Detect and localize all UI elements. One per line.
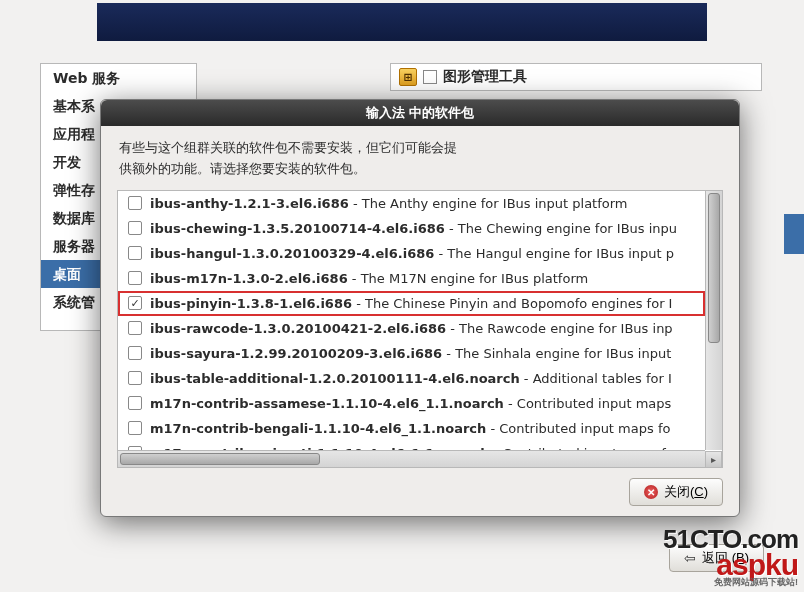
- package-name: m17n-contrib-bengali-1.1.10-4.el6_1.1.no…: [150, 421, 486, 436]
- dialog-description: 有些与这个组群关联的软件包不需要安装，但它们可能会提 供额外的功能。请选择您要安…: [101, 126, 739, 190]
- package-name: ibus-chewing-1.3.5.20100714-4.el6.i686: [150, 221, 445, 236]
- package-label: ibus-anthy-1.2.1-3.el6.i686 - The Anthy …: [150, 196, 628, 211]
- group-row-graphics-tools[interactable]: ⊞ 图形管理工具: [390, 63, 762, 91]
- package-label: ibus-chewing-1.3.5.20100714-4.el6.i686 -…: [150, 221, 677, 236]
- package-list-viewport: ibus-anthy-1.2.1-3.el6.i686 - The Anthy …: [117, 190, 723, 468]
- package-name: ibus-sayura-1.2.99.20100209-3.el6.i686: [150, 346, 442, 361]
- package-label: ibus-sayura-1.2.99.20100209-3.el6.i686 -…: [150, 346, 671, 361]
- package-name: m17n-contrib-assamese-1.1.10-4.el6_1.1.n…: [150, 396, 504, 411]
- vertical-scrollbar-thumb[interactable]: [708, 193, 720, 343]
- package-description: - Contributed input maps: [504, 396, 671, 411]
- package-name: ibus-table-additional-1.2.0.20100111-4.e…: [150, 371, 520, 386]
- close-icon: ✕: [644, 485, 658, 499]
- package-description: - The Chewing engine for IBus inpu: [445, 221, 677, 236]
- package-checkbox[interactable]: ✓: [128, 296, 142, 310]
- package-row[interactable]: m17n-contrib-gujarati-1.1.10-4.el6_1.1.n…: [118, 441, 705, 450]
- wizard-footer: ⇦ 返回 (B): [40, 540, 764, 576]
- package-row[interactable]: ibus-chewing-1.3.5.20100714-4.el6.i686 -…: [118, 216, 705, 241]
- package-description: - The M17N engine for IBus platform: [348, 271, 589, 286]
- package-checkbox[interactable]: [128, 221, 142, 235]
- package-name: ibus-pinyin-1.3.8-1.el6.i686: [150, 296, 352, 311]
- package-checkbox[interactable]: [128, 196, 142, 210]
- parent-selection-strip: [784, 214, 804, 254]
- horizontal-scrollbar[interactable]: ▸: [118, 450, 705, 467]
- package-row[interactable]: m17n-contrib-assamese-1.1.10-4.el6_1.1.n…: [118, 391, 705, 416]
- back-arrow-icon: ⇦: [684, 550, 696, 566]
- vertical-scrollbar[interactable]: [705, 191, 722, 450]
- package-group-icon: ⊞: [399, 68, 417, 86]
- package-name: ibus-hangul-1.3.0.20100329-4.el6.i686: [150, 246, 434, 261]
- installer-banner: [97, 3, 707, 41]
- package-label: m17n-contrib-assamese-1.1.10-4.el6_1.1.n…: [150, 396, 671, 411]
- package-row[interactable]: m17n-contrib-bengali-1.1.10-4.el6_1.1.no…: [118, 416, 705, 441]
- package-row[interactable]: ✓ibus-pinyin-1.3.8-1.el6.i686 - The Chin…: [118, 291, 705, 316]
- package-description: - Additional tables for I: [520, 371, 672, 386]
- group-label: 图形管理工具: [443, 68, 527, 86]
- package-checkbox[interactable]: [128, 371, 142, 385]
- horizontal-scrollbar-thumb[interactable]: [120, 453, 320, 465]
- group-checkbox[interactable]: [423, 70, 437, 84]
- sidebar-item-web[interactable]: Web 服务: [41, 64, 196, 92]
- package-label: ibus-table-additional-1.2.0.20100111-4.e…: [150, 371, 672, 386]
- package-row[interactable]: ibus-table-additional-1.2.0.20100111-4.e…: [118, 366, 705, 391]
- package-description: - The Sinhala engine for IBus input: [442, 346, 671, 361]
- package-description: - Contributed input maps fo: [486, 421, 670, 436]
- horizontal-scroll-arrow-right-icon[interactable]: ▸: [705, 451, 722, 468]
- package-name: ibus-m17n-1.3.0-2.el6.i686: [150, 271, 348, 286]
- package-row[interactable]: ibus-hangul-1.3.0.20100329-4.el6.i686 - …: [118, 241, 705, 266]
- package-row[interactable]: ibus-anthy-1.2.1-3.el6.i686 - The Anthy …: [118, 191, 705, 216]
- package-checkbox[interactable]: [128, 396, 142, 410]
- package-checkbox[interactable]: [128, 246, 142, 260]
- package-label: ibus-m17n-1.3.0-2.el6.i686 - The M17N en…: [150, 271, 588, 286]
- package-row[interactable]: ibus-rawcode-1.3.0.20100421-2.el6.i686 -…: [118, 316, 705, 341]
- package-label: ibus-pinyin-1.3.8-1.el6.i686 - The Chine…: [150, 296, 672, 311]
- package-label: ibus-rawcode-1.3.0.20100421-2.el6.i686 -…: [150, 321, 673, 336]
- package-checkbox[interactable]: [128, 346, 142, 360]
- package-list[interactable]: ibus-anthy-1.2.1-3.el6.i686 - The Anthy …: [118, 191, 705, 450]
- package-label: ibus-hangul-1.3.0.20100329-4.el6.i686 - …: [150, 246, 674, 261]
- package-name: ibus-rawcode-1.3.0.20100421-2.el6.i686: [150, 321, 446, 336]
- package-description: - The Rawcode engine for IBus inp: [446, 321, 673, 336]
- package-description: - The Anthy engine for IBus input platfo…: [349, 196, 628, 211]
- close-button[interactable]: ✕ 关闭(C): [629, 478, 723, 506]
- package-description: - The Hangul engine for IBus input p: [434, 246, 674, 261]
- package-checkbox[interactable]: [128, 271, 142, 285]
- package-checkbox[interactable]: [128, 421, 142, 435]
- package-description: - The Chinese Pinyin and Bopomofo engine…: [352, 296, 672, 311]
- back-button[interactable]: ⇦ 返回 (B): [669, 544, 764, 572]
- package-row[interactable]: ibus-m17n-1.3.0-2.el6.i686 - The M17N en…: [118, 266, 705, 291]
- package-name: ibus-anthy-1.2.1-3.el6.i686: [150, 196, 349, 211]
- close-button-label: 关闭(C): [664, 483, 708, 501]
- dialog-title: 输入法 中的软件包: [101, 100, 739, 126]
- dialog-footer: ✕ 关闭(C): [101, 468, 739, 516]
- package-row[interactable]: ibus-sayura-1.2.99.20100209-3.el6.i686 -…: [118, 341, 705, 366]
- package-selection-dialog: 输入法 中的软件包 有些与这个组群关联的软件包不需要安装，但它们可能会提 供额外…: [100, 99, 740, 517]
- package-label: m17n-contrib-bengali-1.1.10-4.el6_1.1.no…: [150, 421, 670, 436]
- back-button-label: 返回 (B): [702, 549, 749, 567]
- package-checkbox[interactable]: [128, 321, 142, 335]
